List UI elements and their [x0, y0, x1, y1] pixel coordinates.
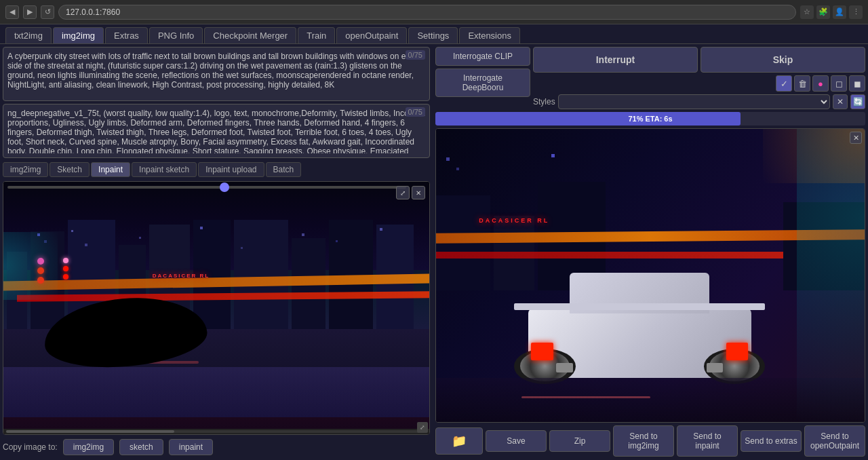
- sub-tabs: img2img Sketch Inpaint Inpaint sketch In…: [3, 161, 430, 178]
- styles-select[interactable]: [558, 94, 830, 109]
- copy-to-sketch-button[interactable]: sketch: [119, 439, 163, 455]
- send-to-openoutpaint-button[interactable]: Send to openOutpaint: [804, 425, 865, 457]
- zip-button[interactable]: Zip: [549, 430, 610, 452]
- send-to-extras-button[interactable]: Send to extras: [741, 430, 802, 452]
- brush-size-slider[interactable]: [7, 186, 406, 189]
- tab-extensions[interactable]: Extensions: [459, 27, 520, 43]
- copy-icon[interactable]: ◻: [831, 75, 847, 92]
- tab-settings[interactable]: Settings: [408, 27, 458, 43]
- negative-prompt-area: 0/75 ng_deepnegative_v1_75t, (worst qual…: [3, 104, 430, 158]
- subtab-inpaint[interactable]: Inpaint: [91, 162, 130, 177]
- copy-to-area: Copy image to: img2img sketch inpaint: [3, 438, 430, 457]
- tab-openoutpaint[interactable]: openOutpaint: [336, 27, 407, 43]
- main-container: 0/75 A cyberpunk city street with lots o…: [0, 44, 868, 459]
- subtab-inpaint-upload[interactable]: Inpaint upload: [198, 162, 264, 177]
- open-folder-button[interactable]: 📁: [435, 427, 483, 455]
- interrogate-column: Interrogate CLIP Interrogate DeepBooru: [435, 47, 530, 109]
- subtab-batch[interactable]: Batch: [266, 162, 302, 177]
- progress-bar: 71% ETA: 6s: [435, 112, 865, 126]
- top-navigation: txt2img img2img Extras PNG Info Checkpoi…: [0, 24, 868, 44]
- expand-canvas-button[interactable]: ⤢: [417, 422, 428, 433]
- copy-to-label: Copy image to:: [3, 442, 58, 452]
- url-bar[interactable]: 127.0.0.1:7860: [58, 5, 796, 20]
- interrogate-clip-button[interactable]: Interrogate CLIP: [435, 47, 530, 66]
- bottom-actions: 📁 Save Zip Send to img2img Send to inpai…: [435, 425, 865, 457]
- color-icon[interactable]: ●: [812, 75, 829, 92]
- tab-checkpoint-merger[interactable]: Checkpoint Merger: [204, 27, 296, 43]
- url-text: 127.0.0.1:7860: [66, 7, 120, 17]
- copy-to-inpaint-button[interactable]: inpaint: [169, 439, 213, 455]
- tab-train[interactable]: Train: [298, 27, 335, 43]
- browser-icons: ☆ 🧩 👤 ⋮: [800, 5, 863, 19]
- styles-apply-button[interactable]: 🔄: [850, 94, 865, 109]
- tab-img2img[interactable]: img2img: [53, 27, 104, 43]
- subtab-sketch[interactable]: Sketch: [50, 162, 90, 177]
- browser-chrome: ◀ ▶ ↺ 127.0.0.1:7860 ☆ 🧩 👤 ⋮: [0, 0, 868, 24]
- right-panel: Interrogate CLIP Interrogate DeepBooru I…: [433, 44, 868, 459]
- resize-icon[interactable]: ⤢: [396, 186, 410, 199]
- tab-extras[interactable]: Extras: [105, 27, 148, 43]
- interrogate-deepbooru-button[interactable]: Interrogate DeepBooru: [435, 69, 530, 97]
- bookmark-icon[interactable]: ☆: [800, 5, 814, 19]
- positive-prompt-counter: 0/75: [406, 50, 425, 60]
- profile-icon[interactable]: 👤: [833, 5, 846, 19]
- positive-prompt-input[interactable]: A cyberpunk city street with lots of tra…: [3, 47, 429, 96]
- extensions-icon[interactable]: 🧩: [816, 5, 830, 19]
- negative-prompt-input[interactable]: ng_deepnegative_v1_75t, (worst quality, …: [3, 104, 429, 153]
- inpaint-canvas[interactable]: DACASICER RL: [3, 181, 430, 435]
- subtab-inpaint-sketch[interactable]: Inpaint sketch: [132, 162, 197, 177]
- close-canvas-button[interactable]: ✕: [412, 186, 425, 199]
- interrupt-skip-row: Interrupt Skip: [533, 47, 865, 73]
- back-button[interactable]: ◀: [5, 5, 19, 19]
- interrupt-column: Interrupt Skip ✓ 🗑 ● ◻ ◼ Styles ✕ 🔄: [533, 47, 865, 109]
- close-output-button[interactable]: ✕: [850, 132, 862, 144]
- toolbar-icons-row: ✓ 🗑 ● ◻ ◼: [533, 75, 865, 92]
- canvas-toolbar: ⤢ ✕: [396, 186, 425, 199]
- trash-icon[interactable]: 🗑: [794, 75, 810, 92]
- subtab-img2img[interactable]: img2img: [3, 162, 48, 177]
- paste-icon[interactable]: ◼: [849, 75, 865, 92]
- copy-to-img2img-button[interactable]: img2img: [63, 439, 114, 455]
- interrupt-button[interactable]: Interrupt: [533, 47, 698, 73]
- negative-prompt-counter: 0/75: [406, 107, 425, 117]
- tab-txt2img[interactable]: txt2img: [5, 27, 52, 43]
- send-to-inpaint-button[interactable]: Send to inpaint: [677, 425, 738, 457]
- progress-bar-text: 71% ETA: 6s: [628, 115, 672, 123]
- forward-button[interactable]: ▶: [23, 5, 37, 19]
- checkbox-icon[interactable]: ✓: [776, 75, 792, 92]
- refresh-button[interactable]: ↺: [41, 5, 54, 19]
- output-image-container: DACASICER RL: [435, 128, 865, 423]
- save-button[interactable]: Save: [486, 430, 547, 452]
- skip-button[interactable]: Skip: [701, 47, 865, 73]
- styles-clear-button[interactable]: ✕: [833, 94, 848, 109]
- output-image: DACASICER RL: [436, 129, 865, 422]
- tab-png-info[interactable]: PNG Info: [149, 27, 203, 43]
- styles-row: Styles ✕ 🔄: [533, 94, 865, 109]
- menu-icon[interactable]: ⋮: [849, 5, 863, 19]
- positive-prompt-area: 0/75 A cyberpunk city street with lots o…: [3, 47, 430, 101]
- send-to-img2img-button[interactable]: Send to img2img: [613, 425, 674, 457]
- top-right-controls: Interrogate CLIP Interrogate DeepBooru I…: [435, 47, 865, 109]
- canvas-slider-area: [7, 186, 406, 189]
- progress-bar-fill: [435, 112, 741, 126]
- styles-label: Styles: [533, 97, 555, 107]
- left-panel: 0/75 A cyberpunk city street with lots o…: [0, 44, 433, 459]
